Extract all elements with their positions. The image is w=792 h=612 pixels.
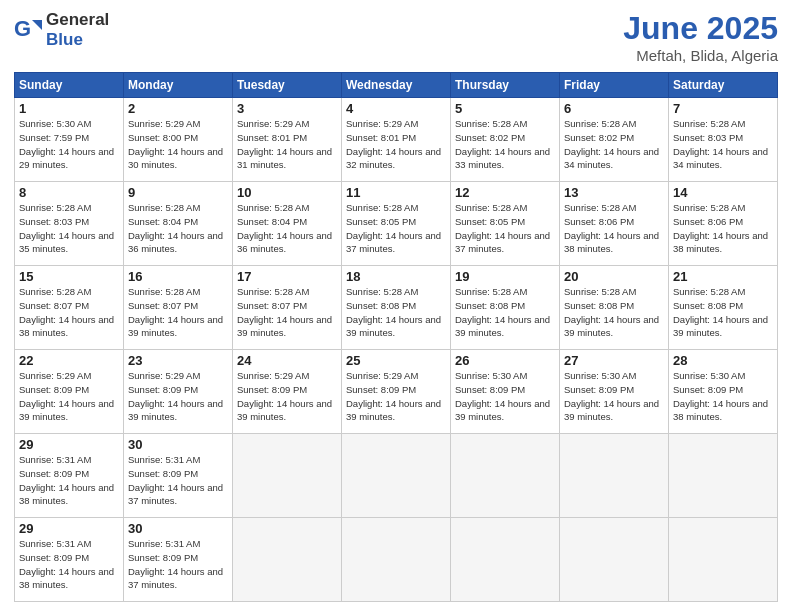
calendar-body: 1 Sunrise: 5:30 AMSunset: 7:59 PMDayligh… <box>15 98 778 602</box>
day-cell-22: 22 Sunrise: 5:29 AMSunset: 8:09 PMDaylig… <box>15 350 124 434</box>
day-number: 26 <box>455 353 555 368</box>
day-info: Sunrise: 5:29 AMSunset: 8:09 PMDaylight:… <box>346 369 446 424</box>
day-number: 24 <box>237 353 337 368</box>
day-cell-20: 20 Sunrise: 5:28 AMSunset: 8:08 PMDaylig… <box>560 266 669 350</box>
day-cell-16: 16 Sunrise: 5:28 AMSunset: 8:07 PMDaylig… <box>124 266 233 350</box>
day-cell-15: 15 Sunrise: 5:28 AMSunset: 8:07 PMDaylig… <box>15 266 124 350</box>
day-number: 9 <box>128 185 228 200</box>
day-info: Sunrise: 5:30 AMSunset: 8:09 PMDaylight:… <box>673 369 773 424</box>
day-number: 19 <box>455 269 555 284</box>
day-info: Sunrise: 5:28 AMSunset: 8:08 PMDaylight:… <box>455 285 555 340</box>
day-number: 30 <box>128 521 228 536</box>
day-info: Sunrise: 5:28 AMSunset: 8:03 PMDaylight:… <box>673 117 773 172</box>
svg-marker-1 <box>32 20 42 30</box>
empty-cell <box>451 518 560 602</box>
day-info: Sunrise: 5:28 AMSunset: 8:08 PMDaylight:… <box>346 285 446 340</box>
day-number: 5 <box>455 101 555 116</box>
empty-cell <box>560 518 669 602</box>
calendar-subtitle: Meftah, Blida, Algeria <box>623 47 778 64</box>
week-row-5: 29 Sunrise: 5:31 AMSunset: 8:09 PMDaylig… <box>15 434 778 518</box>
weekday-header-thursday: Thursday <box>451 73 560 98</box>
day-number: 3 <box>237 101 337 116</box>
day-number: 27 <box>564 353 664 368</box>
day-number: 18 <box>346 269 446 284</box>
day-cell-30: 30 Sunrise: 5:31 AMSunset: 8:09 PMDaylig… <box>124 518 233 602</box>
day-cell-5: 5 Sunrise: 5:28 AMSunset: 8:02 PMDayligh… <box>451 98 560 182</box>
day-cell-19: 19 Sunrise: 5:28 AMSunset: 8:08 PMDaylig… <box>451 266 560 350</box>
week-row-6: 29 Sunrise: 5:31 AMSunset: 8:09 PMDaylig… <box>15 518 778 602</box>
day-info: Sunrise: 5:29 AMSunset: 8:01 PMDaylight:… <box>346 117 446 172</box>
weekday-header-row: SundayMondayTuesdayWednesdayThursdayFrid… <box>15 73 778 98</box>
calendar-title: June 2025 <box>623 10 778 47</box>
day-info: Sunrise: 5:29 AMSunset: 8:09 PMDaylight:… <box>237 369 337 424</box>
page: G General Blue June 2025 Meftah, Blida, … <box>0 0 792 612</box>
day-info: Sunrise: 5:31 AMSunset: 8:09 PMDaylight:… <box>19 453 119 508</box>
empty-cell <box>669 518 778 602</box>
day-number: 29 <box>19 437 119 452</box>
day-number: 2 <box>128 101 228 116</box>
empty-cell <box>233 434 342 518</box>
day-info: Sunrise: 5:30 AMSunset: 7:59 PMDaylight:… <box>19 117 119 172</box>
day-info: Sunrise: 5:31 AMSunset: 8:09 PMDaylight:… <box>19 537 119 592</box>
day-cell-11: 11 Sunrise: 5:28 AMSunset: 8:05 PMDaylig… <box>342 182 451 266</box>
weekday-header-tuesday: Tuesday <box>233 73 342 98</box>
week-row-1: 1 Sunrise: 5:30 AMSunset: 7:59 PMDayligh… <box>15 98 778 182</box>
day-cell-13: 13 Sunrise: 5:28 AMSunset: 8:06 PMDaylig… <box>560 182 669 266</box>
day-number: 6 <box>564 101 664 116</box>
day-info: Sunrise: 5:28 AMSunset: 8:02 PMDaylight:… <box>455 117 555 172</box>
day-info: Sunrise: 5:28 AMSunset: 8:08 PMDaylight:… <box>673 285 773 340</box>
day-number: 21 <box>673 269 773 284</box>
day-cell-9: 9 Sunrise: 5:28 AMSunset: 8:04 PMDayligh… <box>124 182 233 266</box>
day-number: 17 <box>237 269 337 284</box>
day-number: 1 <box>19 101 119 116</box>
day-cell-17: 17 Sunrise: 5:28 AMSunset: 8:07 PMDaylig… <box>233 266 342 350</box>
title-block: June 2025 Meftah, Blida, Algeria <box>623 10 778 64</box>
day-number: 30 <box>128 437 228 452</box>
day-cell-21: 21 Sunrise: 5:28 AMSunset: 8:08 PMDaylig… <box>669 266 778 350</box>
week-row-3: 15 Sunrise: 5:28 AMSunset: 8:07 PMDaylig… <box>15 266 778 350</box>
day-info: Sunrise: 5:31 AMSunset: 8:09 PMDaylight:… <box>128 453 228 508</box>
day-number: 20 <box>564 269 664 284</box>
day-info: Sunrise: 5:31 AMSunset: 8:09 PMDaylight:… <box>128 537 228 592</box>
general-blue-icon: G <box>14 16 42 44</box>
day-info: Sunrise: 5:28 AMSunset: 8:04 PMDaylight:… <box>237 201 337 256</box>
day-number: 11 <box>346 185 446 200</box>
calendar-table: SundayMondayTuesdayWednesdayThursdayFrid… <box>14 72 778 602</box>
empty-cell <box>560 434 669 518</box>
logo-blue: Blue <box>46 30 83 49</box>
empty-cell <box>233 518 342 602</box>
day-cell-26: 26 Sunrise: 5:30 AMSunset: 8:09 PMDaylig… <box>451 350 560 434</box>
day-cell-4: 4 Sunrise: 5:29 AMSunset: 8:01 PMDayligh… <box>342 98 451 182</box>
day-info: Sunrise: 5:29 AMSunset: 8:01 PMDaylight:… <box>237 117 337 172</box>
logo: G General Blue <box>14 10 109 50</box>
day-number: 8 <box>19 185 119 200</box>
day-number: 16 <box>128 269 228 284</box>
logo-text: General Blue <box>46 10 109 50</box>
empty-cell <box>342 518 451 602</box>
day-number: 28 <box>673 353 773 368</box>
day-info: Sunrise: 5:28 AMSunset: 8:06 PMDaylight:… <box>673 201 773 256</box>
day-cell-29: 29 Sunrise: 5:31 AMSunset: 8:09 PMDaylig… <box>15 434 124 518</box>
day-info: Sunrise: 5:29 AMSunset: 8:09 PMDaylight:… <box>19 369 119 424</box>
day-cell-2: 2 Sunrise: 5:29 AMSunset: 8:00 PMDayligh… <box>124 98 233 182</box>
svg-text:G: G <box>14 16 31 41</box>
weekday-header-saturday: Saturday <box>669 73 778 98</box>
day-info: Sunrise: 5:28 AMSunset: 8:07 PMDaylight:… <box>237 285 337 340</box>
day-number: 14 <box>673 185 773 200</box>
day-info: Sunrise: 5:28 AMSunset: 8:07 PMDaylight:… <box>128 285 228 340</box>
day-info: Sunrise: 5:28 AMSunset: 8:05 PMDaylight:… <box>455 201 555 256</box>
day-cell-24: 24 Sunrise: 5:29 AMSunset: 8:09 PMDaylig… <box>233 350 342 434</box>
day-info: Sunrise: 5:30 AMSunset: 8:09 PMDaylight:… <box>455 369 555 424</box>
logo-general: General <box>46 10 109 29</box>
day-cell-30: 30 Sunrise: 5:31 AMSunset: 8:09 PMDaylig… <box>124 434 233 518</box>
day-cell-1: 1 Sunrise: 5:30 AMSunset: 7:59 PMDayligh… <box>15 98 124 182</box>
day-number: 12 <box>455 185 555 200</box>
day-number: 4 <box>346 101 446 116</box>
day-cell-3: 3 Sunrise: 5:29 AMSunset: 8:01 PMDayligh… <box>233 98 342 182</box>
day-info: Sunrise: 5:29 AMSunset: 8:00 PMDaylight:… <box>128 117 228 172</box>
day-cell-10: 10 Sunrise: 5:28 AMSunset: 8:04 PMDaylig… <box>233 182 342 266</box>
day-number: 15 <box>19 269 119 284</box>
day-cell-25: 25 Sunrise: 5:29 AMSunset: 8:09 PMDaylig… <box>342 350 451 434</box>
day-cell-6: 6 Sunrise: 5:28 AMSunset: 8:02 PMDayligh… <box>560 98 669 182</box>
day-info: Sunrise: 5:28 AMSunset: 8:07 PMDaylight:… <box>19 285 119 340</box>
